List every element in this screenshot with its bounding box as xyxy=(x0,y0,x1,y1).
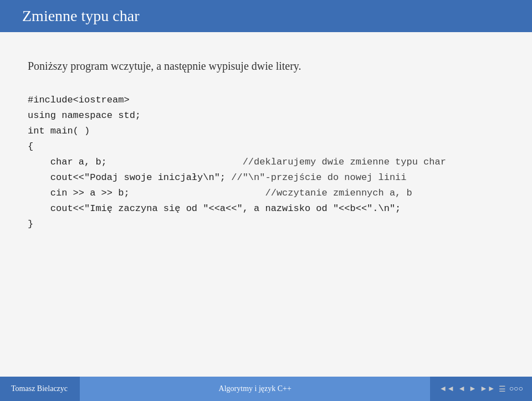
footer-course: Algorytmy i język C++ xyxy=(80,377,430,401)
code-line-7: cin >> a >> b; //wczytanie zmiennych a, … xyxy=(28,186,504,201)
code-text-9: } xyxy=(28,217,33,232)
intro-text: Poniższy program wczytuje, a następnie w… xyxy=(28,60,504,73)
code-line-5: char a, b; //deklarujemy dwie zmienne ty… xyxy=(28,155,504,170)
main-content: Poniższy program wczytuje, a następnie w… xyxy=(0,32,532,377)
footer-nav: ◄◄ ◄ ► ►► ☰ ○○○ xyxy=(430,377,532,401)
nav-first-icon[interactable]: ◄◄ xyxy=(439,384,454,393)
code-line-6: cout<<"Podaj swoje inicjały\n"; //"\n"-p… xyxy=(28,170,504,186)
code-line-3: int main( ) xyxy=(28,124,504,139)
code-block: #include<iostream> using namespace std; … xyxy=(28,92,504,232)
nav-prev-icon[interactable]: ◄ xyxy=(458,384,466,393)
nav-menu-icon[interactable]: ☰ xyxy=(499,384,506,394)
code-line-8: cout<<"Imię zaczyna się od "<<a<<", a na… xyxy=(28,201,504,217)
comment-6: //"\n"-przejście do nowej linii xyxy=(226,170,406,186)
code-line-2: using namespace std; xyxy=(28,108,504,124)
nav-next-icon[interactable]: ► xyxy=(469,384,477,393)
footer-author: Tomasz Bielaczyc xyxy=(0,377,79,401)
nav-last-icon[interactable]: ►► xyxy=(480,384,495,393)
code-line-9: } xyxy=(28,217,504,232)
header-bar: Zmienne typu char xyxy=(0,0,532,32)
slide-title: Zmienne typu char xyxy=(22,7,139,25)
code-line-4: { xyxy=(28,139,504,155)
nav-dots-icon[interactable]: ○○○ xyxy=(509,384,523,393)
code-line-1: #include<iostream> xyxy=(28,92,504,108)
code-text-3: int main( ) xyxy=(28,124,90,139)
code-text-2: using namespace std; xyxy=(28,108,141,124)
code-text-6: cout<<"Podaj swoje inicjały\n"; xyxy=(28,170,226,186)
comment-7: //wczytanie zmiennych a, b xyxy=(130,186,412,201)
footer-bar: Tomasz Bielaczyc Algorytmy i język C++ ◄… xyxy=(0,377,532,401)
slide-container: Zmienne typu char Poniższy program wczyt… xyxy=(0,0,532,401)
code-text-8: cout<<"Imię zaczyna się od "<<a<<", a na… xyxy=(28,201,401,217)
code-text-1: #include<iostream> xyxy=(28,92,130,108)
code-text-7: cin >> a >> b; xyxy=(28,186,130,201)
code-text-4: { xyxy=(28,139,33,155)
code-text-5: char a, b; xyxy=(28,155,107,170)
comment-5: //deklarujemy dwie zmienne typu char xyxy=(107,155,446,170)
